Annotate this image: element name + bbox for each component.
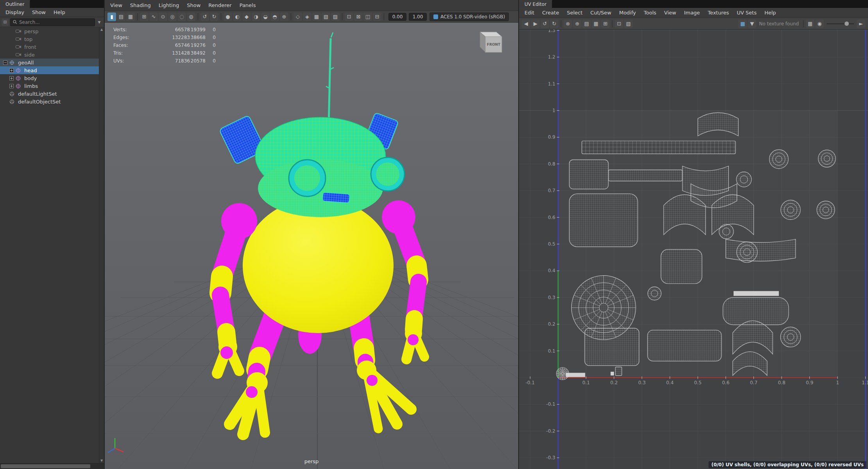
make-live-icon[interactable]: ◍ [187,12,195,21]
align-uv-icon[interactable]: ⊞ [601,20,610,28]
menu-shading[interactable]: Shading [126,2,155,9]
outliner-item-defaultobjectset[interactable]: defaultObjectSet [0,98,99,105]
display-lights-icon[interactable]: ◑ [252,12,260,21]
uv-shell-ring-d[interactable] [719,224,734,239]
filter-icon[interactable]: ⊟ [2,19,9,26]
uv-shell-plate-left[interactable] [585,328,639,366]
scroll-up-icon[interactable]: ▲ [100,28,103,32]
menu-select[interactable]: Select [563,9,586,16]
uv-shell-tiny-b[interactable] [610,372,614,376]
viewcube[interactable]: FRONT [476,27,507,54]
rotate-cw-icon[interactable]: ↻ [550,20,558,28]
viewport-canvas[interactable]: Verts:66578193990Edges:132283386680Faces… [105,23,518,469]
wire-overlay-icon[interactable]: ▦ [806,20,814,28]
menu-help[interactable]: Help [50,9,69,16]
uv-shell-ring-c[interactable] [736,172,752,187]
undo-history-icon[interactable]: ↺ [200,12,209,21]
model-body[interactable] [243,198,394,333]
outliner-tab[interactable]: Outliner [0,0,30,8]
expander-minus-icon[interactable]: − [3,61,7,65]
menu-uv-sets[interactable]: UV Sets [733,9,761,16]
colorspace-selector[interactable]: ACES 1.0 SDR-video (sRGB) [430,12,509,21]
menu-show[interactable]: Show [28,9,50,16]
outliner-horizontal-scrollbar[interactable] [0,463,104,469]
cut-uv-icon[interactable]: ⊗ [564,20,572,28]
render-settings-icon[interactable]: ◆ [242,12,251,21]
menu-renderer[interactable]: Renderer [204,2,235,9]
flip-v-icon[interactable]: ▶ [531,20,540,28]
uv-shell-ring-h[interactable] [780,327,800,347]
uv-shell-tiny-bar[interactable] [566,373,585,377]
wireframe-icon[interactable]: ◇ [294,12,302,21]
field-chart-icon[interactable]: ⊠ [354,12,363,21]
menu-edit[interactable]: Edit [521,9,538,16]
isolate-select-icon[interactable]: ⊡ [345,12,353,21]
menu-view[interactable]: View [106,2,126,9]
expander-plus-icon[interactable]: + [9,68,14,73]
snap-projected-icon[interactable]: ◎ [168,12,177,21]
uv-shell-barrel[interactable] [661,250,702,284]
outliner-item-side[interactable]: side [0,51,99,59]
pan-right-icon[interactable]: ► [857,20,865,28]
texture-dropdown-icon[interactable]: ▼ [748,20,756,28]
textured-icon[interactable]: ▩ [312,12,321,21]
menu-cut-sew[interactable]: Cut/Sew [587,9,616,16]
resolution-gate-icon[interactable]: ◫ [363,12,372,21]
gamma-field[interactable]: 1.00 [409,13,427,21]
uv-shell-ring-e[interactable] [781,200,800,219]
shaded-icon[interactable]: ◈ [303,12,311,21]
layout-uv-icon[interactable]: ▦ [592,20,600,28]
screen-ao-icon[interactable]: ◓ [270,12,279,21]
uv-shell-mid-band[interactable] [726,239,796,261]
snap-point-icon[interactable]: ⊙ [159,12,167,21]
uv-shell-yoke-left[interactable] [569,160,608,189]
unfold-uv-icon[interactable]: ▤ [582,20,591,28]
uv-shell-ring-e2[interactable] [817,201,835,219]
uv-shell-tiny-a[interactable] [616,367,622,376]
uv-canvas[interactable]: 1.31.21.110.90.80.70.60.50.40.30.20.1-0.… [519,30,868,469]
snap-curve-icon[interactable]: ∿ [149,12,158,21]
uv-shell-white-bar[interactable] [734,291,779,296]
outliner-vertical-scrollbar[interactable]: ▲ ▼ [99,27,104,463]
menu-show[interactable]: Show [183,2,204,9]
outliner-search-input[interactable]: Search... [10,18,95,26]
search-filter-dropdown-icon[interactable]: ▼ [96,20,102,24]
expander-plus-icon[interactable]: + [9,84,14,88]
menu-display[interactable]: Display [2,9,28,16]
xray-icon[interactable]: ▧ [322,12,330,21]
gate-mask-icon[interactable]: ⊟ [373,12,381,21]
outliner-item-head[interactable]: +head [0,66,99,74]
outliner-item-persp[interactable]: persp [0,27,99,35]
backface-cull-icon[interactable]: ▨ [331,12,340,21]
display-shadows-icon[interactable]: ◒ [261,12,270,21]
scroll-down-icon[interactable]: ▼ [100,459,103,463]
image-exposure-slider[interactable] [827,20,854,28]
uv-shell-pot[interactable] [569,194,638,246]
outliner-item-defaultlightset[interactable]: defaultLightSet [0,90,99,98]
uv-shell-yoke-bridge[interactable] [608,170,682,181]
scrollbar-thumb[interactable] [1,464,90,468]
menu-panels[interactable]: Panels [236,2,260,9]
ipr-render-icon[interactable]: ◐ [233,12,242,21]
rotate-ccw-icon[interactable]: ↺ [540,20,549,28]
anti-alias-icon[interactable]: ⊕ [280,12,288,21]
sew-uv-icon[interactable]: ⊕ [573,20,582,28]
outliner-item-front[interactable]: front [0,43,99,51]
isolate-uv-icon[interactable]: ⊡ [615,20,623,28]
checker-map-icon[interactable]: ▩ [738,20,747,28]
menu-help[interactable]: Help [761,9,780,16]
uv-shell-ring-a[interactable] [770,150,789,169]
menu-image[interactable]: Image [680,9,704,16]
texture-view-icon[interactable]: ▦ [126,12,135,21]
uv-shell-belt-strip[interactable] [582,141,736,154]
uv-shell-ring-g[interactable] [648,287,661,300]
exposure-field[interactable]: 0.00 [388,13,406,21]
menu-create[interactable]: Create [538,9,563,16]
highlight-backfaces-icon[interactable]: ▤ [117,12,125,21]
model-antenna[interactable] [326,32,334,126]
baked-texture-icon[interactable]: ◉ [815,20,824,28]
flip-u-icon[interactable]: ◀ [522,20,530,28]
model-right-leg[interactable] [357,311,411,429]
menu-view[interactable]: View [660,9,680,16]
uv-shell-ring-b[interactable] [818,150,836,167]
